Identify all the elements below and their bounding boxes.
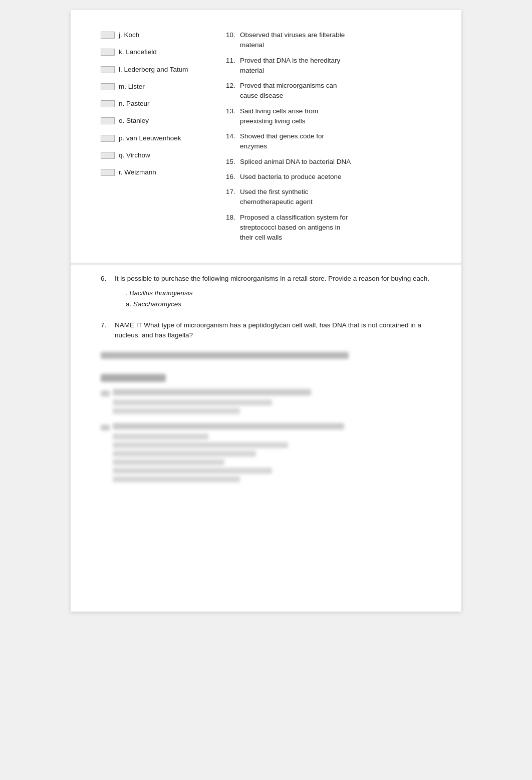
list-item: j. Koch bbox=[101, 30, 211, 40]
q6-bt-text: Bacillus thuringiensis bbox=[130, 289, 193, 297]
num-18-cont1: streptococci based on antigens in bbox=[226, 223, 431, 233]
answer-box bbox=[101, 169, 115, 176]
match-label-n: n. Pasteur bbox=[119, 99, 150, 109]
match-label-o: o. Stanley bbox=[119, 116, 149, 126]
list-item: 15. Spliced animal DNA to bacterial DNA bbox=[226, 157, 431, 167]
match-label-r: r. Weizmann bbox=[119, 167, 156, 177]
num-11-full: Proved that DNA is the hereditary bbox=[240, 56, 340, 66]
num-12: 12. bbox=[226, 81, 240, 91]
num-10: 10. bbox=[226, 30, 240, 40]
num-12-cont: cause disease bbox=[226, 91, 431, 101]
num-18: 18. bbox=[226, 213, 240, 223]
list-item: 17. Used the first synthetic chemotherap… bbox=[226, 187, 431, 208]
list-item: 16. Used bacteria to produce acetone bbox=[226, 172, 431, 182]
q7-number: 7. bbox=[101, 320, 115, 330]
blurred-answer-q7 bbox=[101, 352, 431, 359]
match-label-k: k. Lancefield bbox=[119, 47, 157, 57]
list-item: 14. Showed that genes code for enzymes bbox=[226, 131, 431, 152]
match-label-q: q. Virchow bbox=[119, 150, 150, 160]
q6-sublist: . Bacillus thuringiensis a. Saccharomyce… bbox=[101, 288, 431, 310]
matching-section: j. Koch k. Lancefield l. Lederberg and T… bbox=[101, 30, 431, 248]
list-item: 18. Proposed a classification system for… bbox=[226, 213, 431, 243]
q6-number: 6. bbox=[101, 274, 115, 284]
q6-subitem-bt: . Bacillus thuringiensis bbox=[126, 288, 431, 298]
list-item: n. Pasteur bbox=[101, 99, 211, 109]
q7-text: NAME IT What type of microorganism has a… bbox=[115, 320, 431, 341]
matching-left-column: j. Koch k. Lancefield l. Lederberg and T… bbox=[101, 30, 211, 248]
list-item: q. Virchow bbox=[101, 150, 211, 160]
list-item: l. Lederberg and Tatum bbox=[101, 65, 211, 75]
answer-box bbox=[101, 100, 115, 107]
num-10-cont: material bbox=[226, 40, 431, 50]
question-7-row: 7. NAME IT What type of microorganism ha… bbox=[101, 320, 431, 341]
num-14: 14. bbox=[226, 131, 240, 141]
answer-box bbox=[101, 135, 115, 142]
num-17: 17. bbox=[226, 187, 240, 197]
list-item: k. Lancefield bbox=[101, 47, 211, 57]
question-6: 6. It is possible to purchase the follow… bbox=[101, 274, 431, 309]
num-12-text: Proved that microorganisms can bbox=[240, 81, 337, 91]
num-11: 11. bbox=[226, 56, 240, 66]
num-16: 16. bbox=[226, 172, 240, 182]
answer-box bbox=[101, 117, 115, 124]
question-7: 7. NAME IT What type of microorganism ha… bbox=[101, 320, 431, 341]
num-18-cont2: their cell walls bbox=[226, 233, 431, 243]
q6-subitem-sacc: a. Saccharomyces bbox=[126, 299, 431, 309]
num-14-cont: enzymes bbox=[226, 141, 431, 151]
list-item: p. van Leeuwenhoek bbox=[101, 133, 211, 143]
num-13-text: Said living cells arise from bbox=[240, 106, 318, 116]
num-10-text: Observed that viruses are filterable bbox=[240, 30, 345, 40]
num-13-cont: preexisting living cells bbox=[226, 116, 431, 126]
num-17-text: Used the first synthetic bbox=[240, 187, 309, 197]
match-label-m: m. Lister bbox=[119, 82, 145, 92]
document-page: j. Koch k. Lancefield l. Lederberg and T… bbox=[71, 10, 461, 612]
answer-box bbox=[101, 49, 115, 56]
matching-right-column: 10. Observed that viruses are filterable… bbox=[226, 30, 431, 248]
num-17-cont: chemotherapeutic agent bbox=[226, 197, 431, 207]
num-18-text: Proposed a classification system for bbox=[240, 213, 348, 223]
num-13: 13. bbox=[226, 106, 240, 116]
list-item: r. Weizmann bbox=[101, 167, 211, 177]
list-item: 13. Said living cells arise from preexis… bbox=[226, 106, 431, 127]
num-11-cont: material bbox=[226, 66, 431, 76]
num-15: 15. bbox=[226, 157, 240, 167]
answer-box bbox=[101, 83, 115, 90]
blurred-continuation bbox=[101, 374, 431, 482]
answer-box bbox=[101, 152, 115, 159]
num-14-text: Showed that genes code for bbox=[240, 131, 324, 141]
num-15-text: Spliced animal DNA to bacterial DNA bbox=[240, 157, 351, 167]
answer-box bbox=[101, 32, 115, 39]
list-item: 10. Observed that viruses are filterable… bbox=[226, 30, 431, 51]
section-band bbox=[71, 263, 461, 265]
list-item: m. Lister bbox=[101, 82, 211, 92]
match-label-p: p. van Leeuwenhoek bbox=[119, 133, 181, 143]
q6-sacc-text: Saccharomyces bbox=[133, 300, 181, 308]
num-16-text: Used bacteria to produce acetone bbox=[240, 172, 342, 182]
q6-text: It is possible to purchase the following… bbox=[115, 274, 429, 284]
answer-box bbox=[101, 66, 115, 73]
match-label-l: l. Lederberg and Tatum bbox=[119, 65, 188, 75]
list-item: 12. Proved that microorganisms can cause… bbox=[226, 81, 431, 101]
match-label-j: j. Koch bbox=[119, 30, 139, 40]
list-item: 11. 11. Proved that DNA is the hereditar… bbox=[226, 56, 431, 76]
list-item: o. Stanley bbox=[101, 116, 211, 126]
question-6-row: 6. It is possible to purchase the follow… bbox=[101, 274, 431, 284]
